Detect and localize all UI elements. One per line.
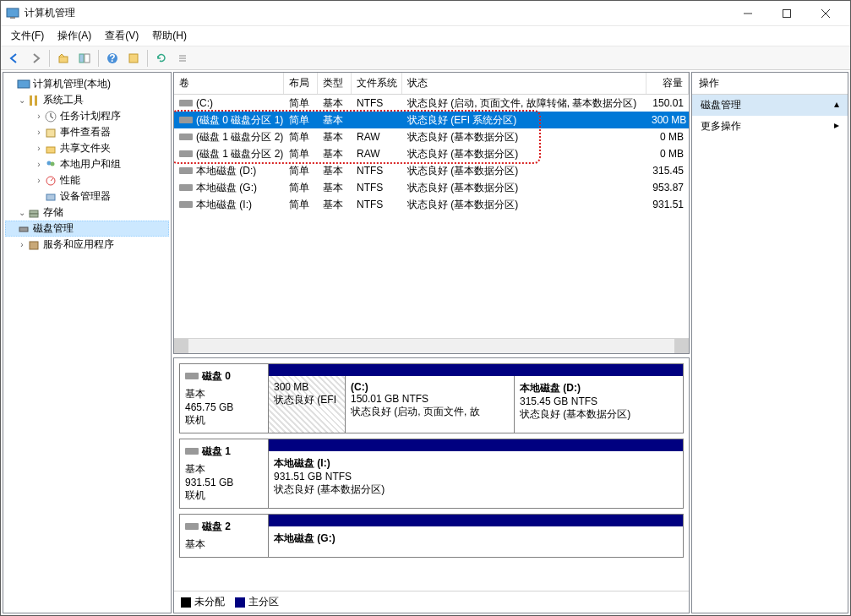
up-button[interactable]	[53, 49, 74, 68]
volume-grid: 卷 布局 类型 文件系统 状态 容量 (C:)简单基本NTFS状态良好 (启动,…	[173, 72, 690, 354]
disk-icon	[179, 134, 193, 140]
volume-row[interactable]: (磁盘 0 磁盘分区 1)简单基本状态良好 (EFI 系统分区)300 MB	[174, 112, 689, 128]
toolbar: ?	[1, 46, 850, 70]
close-button[interactable]	[806, 1, 845, 26]
maximize-button[interactable]	[767, 1, 806, 26]
volume-row[interactable]: (磁盘 1 磁盘分区 2)简单基本RAW状态良好 (基本数据分区)0 MB	[174, 128, 689, 145]
legend-unallocated: 未分配	[181, 595, 225, 609]
partition[interactable]: 本地磁盘 (G:)	[269, 526, 683, 557]
actions-more[interactable]: 更多操作▸	[692, 116, 848, 137]
grid-body[interactable]: (C:)简单基本NTFS状态良好 (启动, 页面文件, 故障转储, 基本数据分区…	[174, 95, 689, 338]
volume-row[interactable]: (磁盘 1 磁盘分区 2)简单基本RAW状态良好 (基本数据分区)0 MB	[174, 145, 689, 162]
tree-storage[interactable]: ⌄存储	[5, 204, 169, 221]
svg-rect-15	[18, 80, 30, 88]
partition[interactable]: (C:)150.01 GB NTFS状态良好 (启动, 页面文件, 故	[345, 376, 514, 433]
svg-rect-28	[30, 210, 38, 214]
svg-rect-1	[10, 17, 15, 19]
col-status[interactable]: 状态	[402, 73, 646, 94]
svg-rect-8	[85, 54, 90, 63]
disk-info: 磁盘 0基本465.75 GB联机	[180, 364, 269, 433]
svg-rect-22	[46, 147, 55, 153]
tree-disk-management[interactable]: 磁盘管理	[5, 221, 169, 237]
disk-entry[interactable]: 磁盘 0基本465.75 GB联机300 MB状态良好 (EFI(C:)150.…	[179, 363, 684, 433]
disk-icon	[179, 150, 193, 157]
window-title: 计算机管理	[25, 6, 728, 20]
svg-rect-0	[7, 8, 19, 17]
disk-icon	[179, 100, 193, 106]
partition[interactable]: 本地磁盘 (D:)315.45 GB NTFS状态良好 (基本数据分区)	[514, 376, 683, 433]
svg-rect-31	[30, 242, 38, 249]
grid-header: 卷 布局 类型 文件系统 状态 容量	[174, 73, 689, 95]
legend-primary: 主分区	[235, 595, 279, 609]
disk-entry[interactable]: 磁盘 1基本931.51 GB联机本地磁盘 (I:)931.51 GB NTFS…	[179, 439, 684, 509]
list-button[interactable]	[172, 49, 193, 68]
partition[interactable]: 本地磁盘 (I:)931.51 GB NTFS状态良好 (基本数据分区)	[269, 451, 683, 508]
forward-button[interactable]	[25, 49, 46, 68]
disk-list[interactable]: 磁盘 0基本465.75 GB联机300 MB状态良好 (EFI(C:)150.…	[174, 358, 689, 591]
volume-row[interactable]: (C:)简单基本NTFS状态良好 (启动, 页面文件, 故障转储, 基本数据分区…	[174, 95, 689, 112]
tree-root[interactable]: 计算机管理(本地)	[5, 76, 169, 92]
svg-rect-21	[46, 129, 55, 137]
grid-scrollbar[interactable]	[174, 338, 689, 353]
back-button[interactable]	[4, 49, 25, 68]
disk-info: 磁盘 2基本	[180, 515, 269, 557]
tree-local-users[interactable]: ›本地用户和组	[5, 156, 169, 172]
actions-pane: 操作 磁盘管理▴ 更多操作▸	[691, 72, 848, 613]
col-capacity[interactable]: 容量	[646, 73, 689, 94]
legend: 未分配 主分区	[174, 591, 689, 613]
tree-system-tools[interactable]: ⌄系统工具	[5, 92, 169, 108]
disk-bar	[269, 515, 683, 526]
svg-rect-6	[59, 57, 68, 63]
menu-help[interactable]: 帮助(H)	[145, 27, 194, 45]
disk-icon	[179, 117, 193, 123]
disk-bar	[269, 439, 683, 451]
svg-text:?: ?	[109, 52, 115, 64]
tree-device-manager[interactable]: 设备管理器	[5, 188, 169, 204]
tree-event-viewer[interactable]: ›事件查看器	[5, 124, 169, 140]
tree-performance[interactable]: ›性能	[5, 172, 169, 188]
col-layout[interactable]: 布局	[284, 73, 318, 94]
disk-icon	[179, 184, 193, 191]
svg-point-24	[51, 161, 55, 166]
nav-tree[interactable]: 计算机管理(本地) ⌄系统工具 ›任务计划程序 ›事件查看器 ›共享文件夹 ›本…	[3, 72, 172, 613]
svg-rect-30	[19, 227, 28, 232]
tree-task-scheduler[interactable]: ›任务计划程序	[5, 108, 169, 124]
menu-file[interactable]: 文件(F)	[4, 27, 51, 45]
partition[interactable]: 300 MB状态良好 (EFI	[269, 376, 345, 433]
volume-row[interactable]: 本地磁盘 (G:)简单基本NTFS状态良好 (基本数据分区)953.87	[174, 179, 689, 196]
svg-rect-3	[783, 9, 791, 17]
disk-icon	[179, 167, 193, 174]
app-icon	[6, 7, 19, 20]
disk-icon	[185, 523, 199, 530]
actions-disk-management[interactable]: 磁盘管理▴	[692, 95, 848, 116]
content: 计算机管理(本地) ⌄系统工具 ›任务计划程序 ›事件查看器 ›共享文件夹 ›本…	[1, 70, 850, 615]
properties-button[interactable]	[123, 49, 144, 68]
svg-rect-11	[129, 54, 138, 63]
svg-rect-29	[30, 214, 38, 217]
app-window: 计算机管理 文件(F) 操作(A) 查看(V) 帮助(H) ? 计算机管理(本地…	[0, 0, 851, 616]
disk-icon	[185, 448, 199, 455]
menubar: 文件(F) 操作(A) 查看(V) 帮助(H)	[1, 26, 850, 46]
refresh-button[interactable]	[151, 49, 172, 68]
help-button[interactable]: ?	[102, 49, 123, 68]
disk-icon	[185, 373, 199, 379]
tree-shared-folders[interactable]: ›共享文件夹	[5, 140, 169, 156]
chevron-right-icon: ▸	[834, 119, 839, 134]
minimize-button[interactable]	[728, 1, 767, 26]
disk-icon	[179, 201, 193, 208]
col-volume[interactable]: 卷	[174, 73, 284, 94]
menu-action[interactable]: 操作(A)	[51, 27, 98, 45]
svg-rect-17	[35, 95, 37, 106]
col-type[interactable]: 类型	[318, 73, 352, 94]
menu-view[interactable]: 查看(V)	[98, 27, 145, 45]
actions-header: 操作	[692, 73, 848, 95]
disk-entry[interactable]: 磁盘 2基本本地磁盘 (G:)	[179, 514, 684, 558]
svg-rect-7	[79, 54, 84, 63]
center-pane: 卷 布局 类型 文件系统 状态 容量 (C:)简单基本NTFS状态良好 (启动,…	[173, 72, 690, 613]
volume-row[interactable]: 本地磁盘 (D:)简单基本NTFS状态良好 (基本数据分区)315.45	[174, 162, 689, 179]
show-hide-tree-button[interactable]	[74, 49, 95, 68]
volume-row[interactable]: 本地磁盘 (I:)简单基本NTFS状态良好 (基本数据分区)931.51	[174, 196, 689, 213]
col-filesystem[interactable]: 文件系统	[352, 73, 402, 94]
svg-rect-27	[46, 194, 55, 200]
tree-services-apps[interactable]: ›服务和应用程序	[5, 237, 169, 253]
